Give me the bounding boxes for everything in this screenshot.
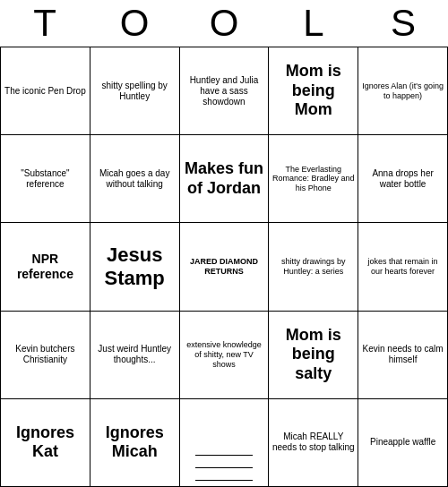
cell-1-4: Anna drops her water bottle	[358, 135, 448, 223]
cell-0-4: Ignores Alan (it's going to happen)	[358, 47, 448, 135]
title-row: T O O L S	[0, 0, 448, 47]
cell-3-4: Kevin needs to calm himself	[358, 312, 448, 399]
cell-2-0: NPR reference	[1, 223, 90, 311]
cell-3-1: Just weird Huntley thoughts...	[90, 312, 180, 399]
cell-4-0: Ignores Kat	[1, 399, 90, 487]
cell-2-1: Jesus Stamp	[90, 223, 180, 311]
title-letter-o2: O	[179, 2, 269, 45]
cell-4-1: Ignores Micah	[90, 399, 180, 487]
cell-0-3: Mom is being Mom	[269, 47, 358, 135]
cell-1-2: Makes fun of Jordan	[180, 135, 270, 223]
cell-1-0: "Substance" reference	[1, 135, 90, 223]
title-letter-t: T	[0, 2, 90, 45]
cell-0-1: shitty spelling by Huntley	[90, 47, 180, 135]
cell-0-2: Huntley and Julia have a sass showdown	[180, 47, 270, 135]
cell-4-4: Pineapple waffle	[358, 399, 448, 487]
cell-4-3: Micah REALLY needs to stop talking	[269, 399, 358, 487]
cell-2-2: JARED DIAMOND RETURNS	[180, 223, 270, 311]
cell-1-3: The Everlasting Romance: Bradley and his…	[269, 135, 358, 223]
title-letter-l: L	[269, 2, 358, 45]
title-letter-o1: O	[90, 2, 179, 45]
cell-3-0: Kevin butchers Christianity	[1, 312, 90, 399]
cell-1-1: Micah goes a day without talking	[90, 135, 180, 223]
underlines	[195, 447, 254, 481]
title-letter-s: S	[358, 2, 448, 45]
cell-3-3: Mom is being salty	[269, 312, 358, 399]
cell-4-2	[180, 399, 270, 487]
bingo-grid: The iconic Pen Drop shitty spelling by H…	[0, 47, 448, 487]
cell-0-0: The iconic Pen Drop	[1, 47, 90, 135]
cell-3-2: extensive knowledge of shitty, new TV sh…	[180, 312, 270, 399]
cell-2-4: jokes that remain in our hearts forever	[358, 223, 448, 311]
underline-1	[195, 447, 254, 456]
underline-2	[195, 459, 254, 468]
cell-2-3: shitty drawings by Huntley: a series	[269, 223, 358, 311]
underline-3	[195, 472, 254, 481]
